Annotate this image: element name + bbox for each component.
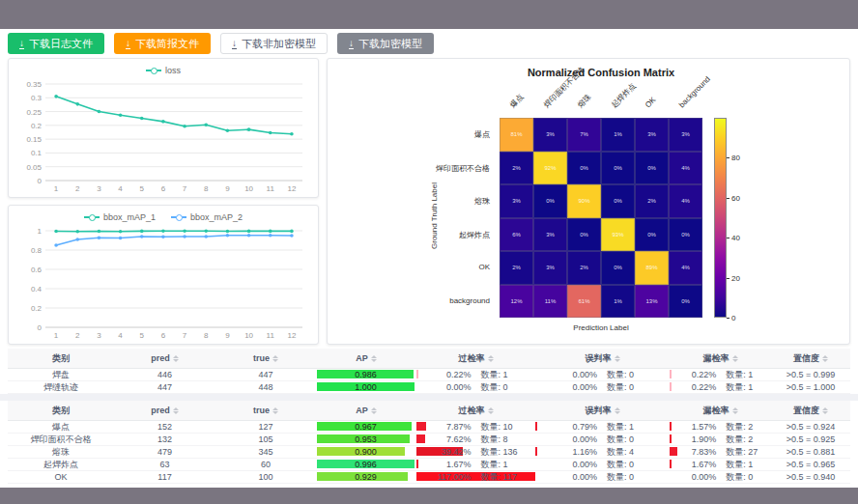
column-header-label: 类别: [52, 405, 70, 417]
matrix-row-label: 爆点: [328, 129, 494, 140]
sort-caret-icon[interactable]: [732, 405, 738, 417]
column-header-漏检率[interactable]: 漏检率: [670, 401, 771, 421]
cell-miss: 1.90%数量: 2: [670, 434, 771, 446]
download-report-button[interactable]: ↓ 下载简报文件: [114, 33, 211, 54]
colorbar-tick-label: 40: [731, 234, 740, 242]
content-panel: ↓ 下载日志文件 ↓ 下载简报文件 ↓ 下载非加密模型 ↓ 下载加密模型 los…: [0, 29, 858, 488]
sort-caret-icon[interactable]: [732, 352, 738, 365]
download-icon: ↓: [126, 39, 130, 49]
legend-item-bbox_mAP_1[interactable]: bbox_mAP_1: [84, 212, 156, 222]
column-header-label: 过检率: [459, 352, 485, 365]
svg-text:3: 3: [97, 184, 101, 193]
matrix-cell: 0%: [567, 152, 601, 185]
sort-caret-icon[interactable]: [173, 405, 179, 417]
cell-ap: 0.953: [316, 434, 416, 446]
matrix-column-label: 起焊炸点: [609, 81, 638, 110]
sort-caret-icon[interactable]: [615, 352, 620, 365]
matrix-cell: 0%: [601, 251, 635, 285]
column-header-AP[interactable]: AP: [316, 401, 416, 421]
matrix-cell: 3%: [669, 118, 702, 152]
cell-name: 爆点: [8, 421, 114, 434]
svg-text:9: 9: [225, 331, 230, 340]
matrix-cell: 3%: [635, 118, 669, 152]
sort-caret-icon[interactable]: [822, 405, 828, 417]
toolbar: ↓ 下载日志文件 ↓ 下载简报文件 ↓ 下载非加密模型 ↓ 下载加密模型: [0, 29, 858, 58]
matrix-column-label: 熔珠: [575, 93, 592, 110]
cell-mis: 0.00%数量: 0: [535, 369, 670, 381]
sort-caret-icon[interactable]: [272, 405, 278, 417]
column-header-true[interactable]: true: [215, 401, 316, 421]
download-encrypted-model-button[interactable]: ↓ 下载加密模型: [337, 33, 434, 54]
svg-text:11: 11: [267, 331, 275, 340]
column-header-漏检率[interactable]: 漏检率: [670, 349, 771, 369]
column-header-误判率[interactable]: 误判率: [535, 401, 670, 421]
svg-text:0.2: 0.2: [31, 304, 43, 313]
cell-true: 448: [215, 381, 316, 394]
column-header-AP[interactable]: AP: [316, 349, 416, 369]
rate-count: 数量: 1: [716, 459, 771, 471]
cell-over: 0.00%数量: 0: [416, 381, 535, 394]
rate-count: 数量: 27: [716, 446, 771, 459]
matrix-cell: 89%: [635, 251, 669, 285]
column-header-label: 漏检率: [703, 405, 729, 417]
map-chart: 00.20.40.60.81123456789101112: [16, 225, 310, 341]
svg-text:0.3: 0.3: [31, 94, 43, 102]
sort-caret-icon[interactable]: [272, 352, 278, 365]
column-header-置信度[interactable]: 置信度: [771, 349, 850, 369]
legend-line-icon: [84, 216, 100, 218]
column-header-label: pred: [151, 353, 170, 363]
column-header-过检率[interactable]: 过检率: [416, 401, 535, 421]
sort-caret-icon[interactable]: [822, 352, 828, 365]
svg-text:8: 8: [204, 331, 209, 340]
cell-true: 127: [215, 421, 316, 434]
cell-pred: 447: [114, 381, 215, 394]
download-log-button[interactable]: ↓ 下载日志文件: [8, 33, 104, 54]
column-header-pred[interactable]: pred: [114, 349, 215, 369]
rate-percent: 0.00%: [535, 460, 597, 469]
sort-caret-icon[interactable]: [615, 405, 620, 417]
ap-value: 0.967: [317, 422, 415, 431]
matrix-cell: 93%: [601, 218, 635, 252]
matrix-cell: 61%: [567, 285, 601, 319]
legend-item-loss[interactable]: loss: [146, 66, 181, 75]
download-unencrypted-model-button[interactable]: ↓ 下载非加密模型: [220, 33, 328, 54]
sort-caret-icon[interactable]: [173, 352, 179, 365]
ap-value: 0.996: [317, 460, 415, 468]
cell-over: 1.67%数量: 1: [416, 459, 535, 471]
matrix-row-label: OK: [328, 263, 494, 271]
cell-true: 100: [215, 471, 316, 484]
column-header-true[interactable]: true: [215, 349, 316, 369]
svg-text:11: 11: [267, 184, 275, 193]
button-label: 下载简报文件: [135, 37, 199, 51]
svg-text:3: 3: [97, 331, 101, 340]
svg-text:1: 1: [54, 331, 59, 340]
column-header-pred[interactable]: pred: [114, 401, 215, 421]
column-header-label: true: [253, 353, 270, 363]
rate-percent: 0.00%: [670, 472, 716, 482]
cell-ap: 0.967: [316, 421, 416, 434]
column-header-label: 误判率: [586, 405, 612, 417]
column-header-过检率[interactable]: 过检率: [416, 349, 535, 369]
cell-pred: 446: [114, 369, 215, 381]
rate-percent: 7.62%: [416, 434, 472, 444]
matrix-colorbar: [714, 118, 727, 318]
column-header-类别: 类别: [8, 349, 114, 369]
matrix-row-label: 熔珠: [328, 196, 494, 207]
legend-ring-icon: [89, 214, 96, 221]
rate-count: 数量: 0: [716, 471, 771, 484]
rate-count: 数量: 8: [472, 434, 535, 446]
svg-text:10: 10: [244, 184, 253, 193]
rate-percent: 1.57%: [670, 422, 716, 432]
sort-caret-icon[interactable]: [371, 405, 377, 417]
svg-text:0.15: 0.15: [26, 135, 42, 144]
column-header-置信度[interactable]: 置信度: [771, 401, 850, 421]
column-header-误判率[interactable]: 误判率: [535, 349, 670, 369]
cell-confidence: >0.5 = 0.999: [771, 369, 850, 381]
legend-item-bbox_mAP_2[interactable]: bbox_mAP_2: [171, 212, 243, 222]
cell-name: 焊盘: [8, 369, 114, 381]
legend-ring-icon: [176, 214, 183, 221]
matrix-cell: 11%: [533, 285, 567, 319]
sort-caret-icon[interactable]: [488, 405, 494, 417]
sort-caret-icon[interactable]: [488, 352, 494, 365]
sort-caret-icon[interactable]: [371, 352, 377, 365]
